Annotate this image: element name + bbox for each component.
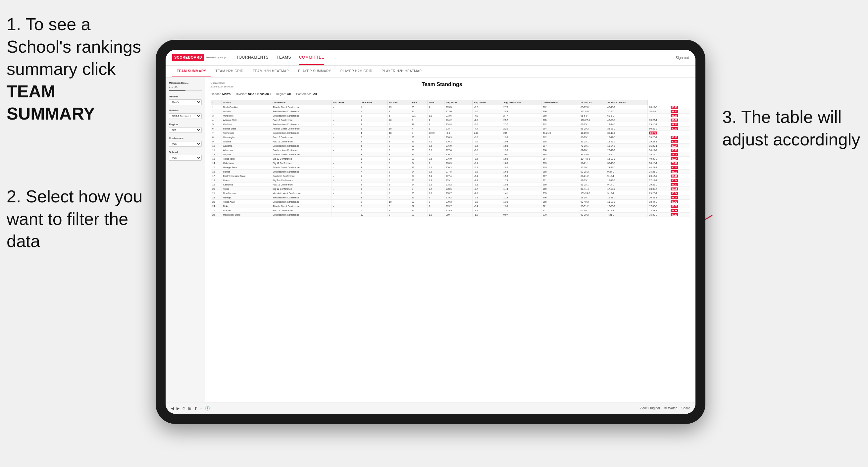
sub-nav-team-h2h-heatmap[interactable]: TEAM H2H HEATMAP [248,66,293,77]
instruction-2-text: 2. Select how you want to filter the dat… [7,187,143,251]
toolbar-right: View: Original 👁 Watch Share [640,406,690,410]
filter-region-label: Region [169,123,202,126]
nav-bar: SCOREBOARD Powered by clippi TOURNAMENTS… [165,50,695,66]
sub-nav-player-summary[interactable]: PLAYER SUMMARY [293,66,336,77]
filter-division: Division NCAA Division I [169,109,202,119]
table-row: 14OklahomaBig 12 Conference-28242276.9-5… [211,161,690,165]
toolbar-home-icon[interactable]: ⊞ [188,406,191,411]
table-row: 10AlabamaSoutheastern Conference-58233.6… [211,144,690,148]
col-rank: # [211,100,222,105]
sub-nav-player-h2h-heatmap[interactable]: PLAYER H2H HEATMAP [377,66,426,77]
nav-committee[interactable]: COMMITTEE [299,50,324,65]
instruction-1-text: 1. To see a School's rankings summary cl… [7,14,141,79]
table-row: 24DukeAtlantic Coast Conference-59271279… [211,204,690,208]
filter-division-select[interactable]: NCAA Division I [169,113,202,119]
standings-table: # School Conference Avg. Rank Conf Rank … [211,100,690,217]
col-adj-score: Adj. Score [444,100,472,105]
table-row: 20TexasBig 12 Conference-3790.7278.6-0.7… [211,187,690,191]
filter-bar-conference-label: Conference: All [296,92,317,96]
table-row: 7TennesseeSoutheastern Conference-418227… [211,131,690,135]
instruction-3-text: 3. The table will adjust accordingly [722,107,860,149]
table-row: 18IllinoisBig Ten Conference-19231.4279.… [211,178,690,183]
update-time: Update time: 27/03/2024 16:56:26 [211,82,234,88]
logo-sub: Powered by clippi [205,56,226,59]
toolbar-refresh-icon[interactable]: ↻ [182,406,185,411]
nav-tournaments[interactable]: TOURNAMENTS [236,50,269,65]
toolbar-add-icon[interactable]: + [200,406,203,411]
col-avg-low: Avg. Low Score [502,100,541,105]
filters-sidebar: Minimum Rou... 4 – 30 Gender Men's [165,77,205,402]
table-header-row: # School Conference Avg. Rank Conf Rank … [211,100,690,105]
filter-max-val: 30 [175,86,178,89]
filter-bar: Gender: Men's Division: NCAA Division I … [211,91,690,97]
filter-bar-gender-label: Gender: Men's [211,92,230,96]
filter-gender-label: Gender [169,95,202,98]
filter-school-label: School [169,151,202,154]
filter-school: School (All) [169,151,202,161]
col-avg-to-par: Avg. to Par [472,100,502,105]
table-row: 16FloridaSoutheastern Conference-79242.9… [211,169,690,174]
table-row: 1North CarolinaAtlantic Coast Conference… [211,105,690,109]
col-rnds: Rnds [410,100,428,105]
col-school: School [222,100,271,105]
col-wins: Wins [427,100,444,105]
filter-conference: Conference (All) [169,137,202,147]
filter-region: Region N/A [169,123,202,133]
filter-bar-division-label: Division: NCAA Division I [236,92,271,96]
table-header-section: Update time: 27/03/2024 16:56:26 Team St… [211,82,690,88]
table-row: 13Texas TechBig 12 Conference-19272.5276… [211,157,690,161]
table-row: 3VanderbiltSoutheastern Conference-25271… [211,114,690,118]
col-no-tour: No Tour [388,100,410,105]
filter-division-label: Division [169,109,202,112]
table-row: 17East Tennessee StateSouthern Conferenc… [211,174,690,178]
filter-conference-select[interactable]: (All) [169,141,202,147]
filter-minimum-label: Minimum Rou... [169,82,202,85]
table-row: 19CaliforniaPac-12 Conference-48242.5278… [211,183,690,187]
table-row: 12VirginiaAtlantic Coast Conference-3824… [211,152,690,157]
range-slider[interactable] [169,90,202,91]
watch-button[interactable]: 👁 Watch [664,406,678,410]
sub-nav-player-h2h-grid[interactable]: PLAYER H2H GRID [336,66,377,77]
toolbar-clock-icon[interactable]: 🕐 [205,406,210,411]
filter-gender-select[interactable]: Men's [169,99,202,105]
filter-range: 4 – 30 [169,86,202,89]
filter-min-val: 4 [169,86,170,89]
table-row: 9ArizonaPac-12 Conference-28234.6276.3-4… [211,139,690,144]
nav-items: TOURNAMENTS TEAMS COMMITTEE [236,50,675,65]
sub-nav: TEAM SUMMARY TEAM H2H GRID TEAM H2H HEAT… [165,66,695,77]
tablet-screen: SCOREBOARD Powered by clippi TOURNAMENTS… [165,50,695,414]
col-overall-record: Overall Record [541,100,579,105]
toolbar-left: ◀ ▶ ↻ ⊞ ⬆ + 🕐 [171,406,210,411]
instruction-1: 1. To see a School's rankings summary cl… [7,13,146,125]
table-row: 26Mississippi StateSoutheastern Conferen… [211,213,690,217]
filter-range-separator: – [172,86,173,89]
table-area: Update time: 27/03/2024 16:56:26 Team St… [205,77,695,402]
filter-school-select[interactable]: (All) [169,155,202,161]
logo: SCOREBOARD [172,54,204,61]
table-row: 6Florida StateAtlantic Coast Conference-… [211,126,690,131]
filter-bar-region-label: Region: All [276,92,291,96]
table-row: 15Georgia TechAtlantic Coast Conference-… [211,165,690,169]
sign-out-button[interactable]: Sign out [676,56,689,60]
col-vs-top25: Vs Top 25 [579,100,606,105]
instruction-2: 2. Select how you want to filter the dat… [7,185,146,253]
col-conf-rank: Conf Rank [359,100,388,105]
toolbar-forward-icon[interactable]: ▶ [177,406,180,411]
filter-gender: Gender Men's [169,95,202,105]
table-row: 5Ole MissSoutheastern Conference-3618127… [211,122,690,126]
table-row: 11ArkansasSoutheastern Conference-68253.… [211,148,690,152]
instruction-3: 3. The table will adjust accordingly [722,106,861,151]
sub-nav-team-h2h-grid[interactable]: TEAM H2H GRID [211,66,248,77]
sub-nav-team-summary[interactable]: TEAM SUMMARY [172,66,211,77]
main-content: Minimum Rou... 4 – 30 Gender Men's [165,77,695,402]
filter-region-select[interactable]: N/A [169,127,202,133]
toolbar-back-icon[interactable]: ◀ [171,406,174,411]
view-original-button[interactable]: View: Original [640,406,660,410]
table-row: 23Texas A&MSoutheastern Conference-91030… [211,200,690,204]
table-title: Team Standings [234,82,650,88]
share-button[interactable]: Share [681,406,690,410]
table-row: 8WashingtonPac-12 Conference-28231276.3-… [211,135,690,139]
nav-teams[interactable]: TEAMS [277,50,291,65]
table-row: 4Arizona StatePac-12 Conference-12624274… [211,118,690,122]
toolbar-share-icon[interactable]: ⬆ [194,406,197,411]
